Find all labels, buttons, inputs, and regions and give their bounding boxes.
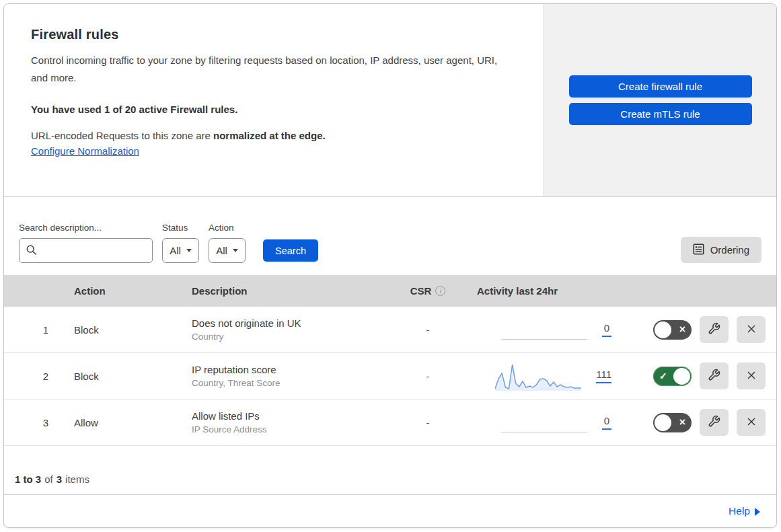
edit-rule-button[interactable] <box>700 363 729 389</box>
header-activity: Activity last 24hr <box>458 285 613 297</box>
normalization-note: URL-encoded Requests to this zone are no… <box>31 130 517 141</box>
help-link[interactable]: Help <box>729 505 760 517</box>
normalization-bold: normalized at the edge. <box>213 130 326 141</box>
ordering-list-icon <box>693 243 704 257</box>
rule-priority: 2 <box>4 371 65 382</box>
range-text: 1 to 3 <box>15 473 41 485</box>
activity-count-link[interactable]: 111 <box>596 369 611 383</box>
status-label: Status <box>162 223 199 233</box>
rule-action: Allow <box>65 417 182 428</box>
rule-description-cell: Does not originate in UKCountry <box>182 317 398 342</box>
rule-csr: - <box>398 371 458 382</box>
wrench-icon <box>708 322 720 337</box>
wrench-icon <box>708 415 720 430</box>
table-row: 2BlockIP reputation scoreCountry, Threat… <box>4 353 776 400</box>
chevron-down-icon <box>233 249 238 252</box>
action-dropdown-value: All <box>216 245 227 256</box>
close-icon <box>745 323 757 337</box>
toggle-knob <box>673 368 690 385</box>
info-icon[interactable]: i <box>435 286 445 296</box>
page-title: Firewall rules <box>31 27 517 42</box>
create-firewall-rule-button[interactable]: Create firewall rule <box>569 75 752 98</box>
actions-panel: Create firewall rule Create mTLS rule <box>544 4 776 196</box>
rule-criteria: IP Source Address <box>192 424 398 434</box>
ordering-button[interactable]: Ordering <box>681 237 761 263</box>
edit-rule-button[interactable] <box>700 409 729 436</box>
rule-controls: ✓× <box>613 363 776 389</box>
rule-csr: - <box>398 417 458 428</box>
usage-summary: You have used 1 of 20 active Firewall ru… <box>31 104 517 115</box>
page-description: Control incoming traffic to your zone by… <box>31 52 515 87</box>
table-row: 3AllowAllow listed IPsIP Source Address-… <box>4 400 776 446</box>
toggle-knob <box>655 414 671 431</box>
header-csr-label: CSR <box>410 285 432 297</box>
search-wrap <box>19 238 153 263</box>
close-icon <box>745 416 757 430</box>
wrench-icon <box>708 369 720 383</box>
action-label: Action <box>209 223 246 233</box>
x-icon: × <box>679 416 685 428</box>
activity-count-link[interactable]: 0 <box>602 415 611 430</box>
delete-rule-button[interactable] <box>737 316 766 343</box>
toggle-knob <box>655 321 671 338</box>
x-icon: × <box>679 324 685 336</box>
rule-description: Does not originate in UK <box>192 317 398 329</box>
action-dropdown[interactable]: All <box>209 238 246 263</box>
intro-panel: Firewall rules Control incoming traffic … <box>4 4 544 196</box>
items-text: items <box>65 473 89 485</box>
activity-sparkline-empty <box>501 315 587 344</box>
of-text: of <box>44 473 53 485</box>
chevron-down-icon <box>186 249 192 252</box>
rule-priority: 3 <box>4 417 65 428</box>
search-input[interactable] <box>19 238 153 263</box>
rule-activity-cell: 0 <box>458 315 613 344</box>
rule-csr: - <box>398 324 458 336</box>
configure-normalization-link[interactable]: Configure Normalization <box>31 145 139 157</box>
header-action: Action <box>65 285 182 297</box>
rule-description: IP reputation score <box>192 364 398 375</box>
check-icon: ✓ <box>659 371 667 381</box>
ordering-button-label: Ordering <box>710 244 749 256</box>
action-filter-group: Action All <box>209 223 246 263</box>
rule-controls: ✓× <box>613 409 776 436</box>
normalization-prefix: URL-encoded Requests to this zone are <box>31 130 213 141</box>
header-description: Description <box>182 285 398 297</box>
help-bar: Help <box>4 494 776 527</box>
close-icon <box>745 369 757 383</box>
status-dropdown-value: All <box>170 245 181 256</box>
rule-enabled-toggle[interactable]: ✓× <box>653 413 692 432</box>
delete-rule-button[interactable] <box>737 409 766 436</box>
rule-enabled-toggle[interactable]: ✓× <box>653 367 692 386</box>
status-dropdown[interactable]: All <box>162 238 199 263</box>
header-csr: CSR i <box>398 285 458 297</box>
edit-rule-button[interactable] <box>700 316 729 343</box>
rule-description-cell: Allow listed IPsIP Source Address <box>182 410 398 434</box>
activity-count-link[interactable]: 0 <box>602 322 611 337</box>
activity-sparkline <box>495 361 581 391</box>
search-icon <box>26 244 37 258</box>
rule-criteria: Country <box>192 332 398 342</box>
rule-description: Allow listed IPs <box>192 410 398 422</box>
create-mtls-rule-button[interactable]: Create mTLS rule <box>569 103 752 125</box>
filter-bar: Search description... Status All Action … <box>4 197 776 275</box>
rule-description-cell: IP reputation scoreCountry, Threat Score <box>182 364 398 388</box>
firewall-rules-card: Firewall rules Control incoming traffic … <box>3 3 777 528</box>
rule-activity-cell: 0 <box>458 408 613 437</box>
rule-criteria: Country, Threat Score <box>192 378 398 388</box>
rule-controls: ✓× <box>613 316 776 343</box>
table-header-row: Action Description CSR i Activity last 2… <box>4 275 776 307</box>
delete-rule-button[interactable] <box>737 363 766 389</box>
rule-activity-cell: 111 <box>458 361 613 391</box>
search-label: Search description... <box>19 223 153 233</box>
status-filter-group: Status All <box>162 223 199 263</box>
rule-enabled-toggle[interactable]: ✓× <box>653 320 692 340</box>
search-button[interactable]: Search <box>263 239 318 262</box>
rule-priority: 1 <box>4 324 65 336</box>
arrow-right-icon <box>755 508 760 516</box>
pagination-summary: 1 to 3 of 3 items <box>4 446 776 494</box>
rule-action: Block <box>65 371 182 382</box>
activity-sparkline-empty <box>501 408 587 437</box>
table-body: 1BlockDoes not originate in UKCountry-0✓… <box>4 307 776 446</box>
help-label: Help <box>729 505 750 517</box>
top-section: Firewall rules Control incoming traffic … <box>4 4 776 197</box>
